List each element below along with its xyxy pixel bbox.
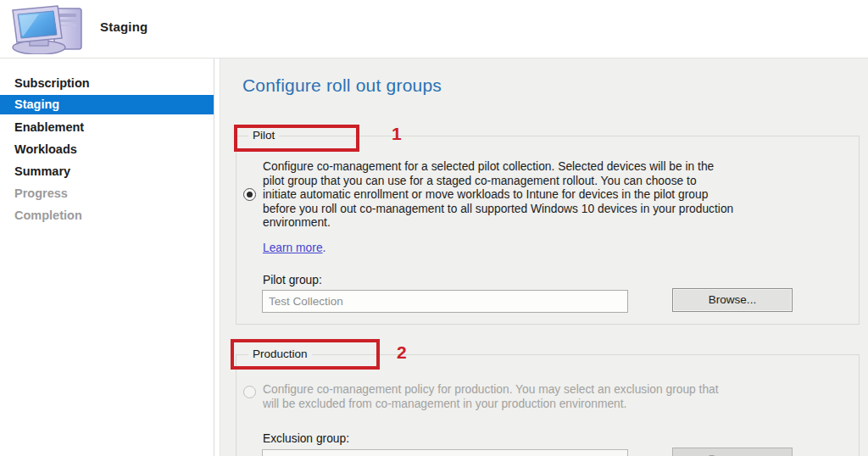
pilot-group-label: Pilot group:	[263, 274, 322, 286]
wizard-window: Staging Subscription Staging Enablement …	[0, 0, 868, 456]
computer-icon	[7, 3, 88, 54]
wizard-content: Configure roll out groups Pilot 1 Config…	[220, 58, 868, 456]
sidebar-item-subscription[interactable]: Subscription	[0, 74, 214, 93]
production-description: Configure co-management policy for produ…	[263, 383, 861, 411]
sidebar-item-summary[interactable]: Summary	[0, 162, 214, 181]
sidebar-item-enablement[interactable]: Enablement	[0, 118, 214, 137]
sidebar-item-workloads[interactable]: Workloads	[0, 140, 214, 159]
learn-more-suffix: .	[323, 242, 326, 254]
annotation-number-1: 1	[392, 124, 402, 144]
sidebar-divider	[214, 58, 220, 456]
exclusion-group-input	[262, 449, 628, 456]
annotation-number-2: 2	[397, 342, 407, 363]
wizard-nav-sidebar: Subscription Staging Enablement Workload…	[0, 59, 214, 456]
pilot-browse-button[interactable]: Browse...	[672, 288, 793, 312]
exclusion-group-label: Exclusion group:	[263, 432, 349, 445]
learn-more-link[interactable]: Learn more	[263, 242, 323, 254]
annotation-box-1	[234, 125, 359, 152]
page-title: Configure roll out groups	[242, 75, 442, 96]
pilot-group-input[interactable]	[262, 290, 628, 313]
page-header-title: Staging	[100, 19, 147, 34]
sidebar-item-completion: Completion	[0, 206, 214, 225]
pilot-description: Configure co-management for a selected p…	[263, 160, 861, 231]
annotation-box-2	[231, 339, 380, 370]
sidebar-item-staging[interactable]: Staging	[0, 95, 214, 114]
production-radio-button	[243, 386, 256, 398]
production-browse-button: Browse...	[672, 448, 793, 456]
pilot-radio-button[interactable]	[243, 188, 256, 201]
wizard-header: Staging	[0, 0, 868, 58]
learn-more-row: Learn more.	[263, 242, 326, 254]
sidebar-item-progress: Progress	[0, 184, 214, 203]
